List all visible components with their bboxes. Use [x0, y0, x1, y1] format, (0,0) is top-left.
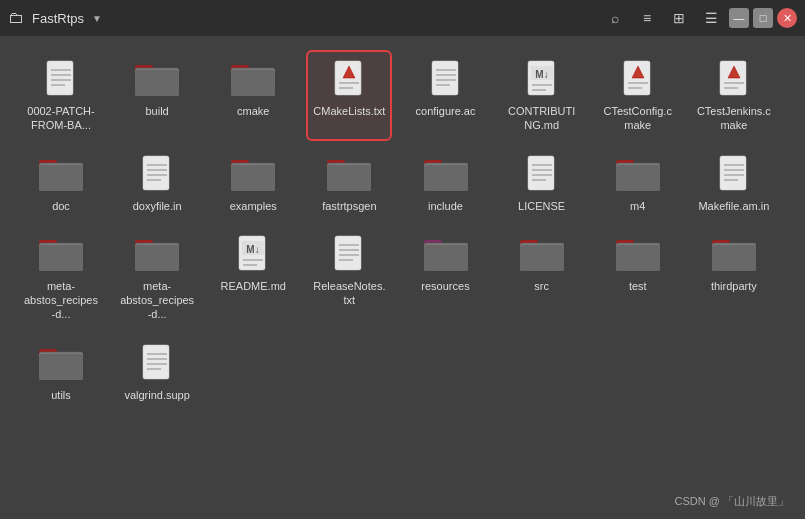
- file-item[interactable]: LICENSE: [501, 147, 583, 219]
- file-icon: M↓: [229, 233, 277, 275]
- file-item[interactable]: CTestJenkins.cmake: [693, 52, 775, 139]
- svg-rect-52: [327, 165, 371, 191]
- file-item[interactable]: thirdparty: [693, 227, 775, 328]
- file-label: doc: [52, 199, 70, 213]
- grid-view-button[interactable]: ⊞: [665, 6, 693, 30]
- file-item[interactable]: meta-abstos_recipes-d...: [20, 227, 102, 328]
- file-item[interactable]: doc: [20, 147, 102, 219]
- file-label: cmake: [237, 104, 269, 118]
- file-grid: 0002-PATCH-FROM-BA... build cmake CMakeL…: [20, 52, 785, 408]
- svg-rect-107: [616, 245, 660, 271]
- svg-rect-82: [135, 245, 179, 271]
- file-label: utils: [51, 388, 71, 402]
- file-item[interactable]: CTestConfig.cmake: [597, 52, 679, 139]
- svg-rect-89: [335, 236, 361, 270]
- titlebar: 🗀 FastRtps ▼ ⌕ ≡ ⊞ ☰ — □ ✕: [0, 0, 805, 36]
- file-item[interactable]: doxyfile.in: [116, 147, 198, 219]
- svg-rect-0: [47, 61, 73, 95]
- file-icon: [325, 233, 373, 275]
- file-icon: [37, 342, 85, 384]
- file-icon: [133, 233, 181, 275]
- list-view-button[interactable]: ≡: [633, 6, 661, 30]
- svg-rect-102: [520, 245, 564, 271]
- titlebar-left: 🗀 FastRtps ▼: [8, 9, 593, 27]
- file-item[interactable]: cmake: [212, 52, 294, 139]
- file-icon: [325, 58, 373, 100]
- file-item[interactable]: M↓ README.md: [212, 227, 294, 328]
- file-icon: [710, 58, 758, 100]
- file-icon: [422, 58, 470, 100]
- file-label: build: [146, 104, 169, 118]
- file-item[interactable]: include: [405, 147, 487, 219]
- folder-title-icon: 🗀: [8, 9, 24, 27]
- svg-rect-13: [231, 70, 275, 96]
- file-icon: [133, 153, 181, 195]
- file-item[interactable]: M↓ CONTRIBUTING.md: [501, 52, 583, 139]
- file-label: README.md: [221, 279, 286, 293]
- file-item[interactable]: test: [597, 227, 679, 328]
- file-label: include: [428, 199, 463, 213]
- file-label: LICENSE: [518, 199, 565, 213]
- file-icon: [518, 153, 566, 195]
- file-label: ReleaseNotes.txt: [312, 279, 386, 308]
- file-item[interactable]: fastrtpsgen: [308, 147, 390, 219]
- file-item[interactable]: meta-abstos_recipes-d...: [116, 227, 198, 328]
- file-label: configure.ac: [416, 104, 476, 118]
- file-item[interactable]: Makefile.am.in: [693, 147, 775, 219]
- file-label: meta-abstos_recipes-d...: [24, 279, 98, 322]
- file-label: Makefile.am.in: [698, 199, 769, 213]
- close-button[interactable]: ✕: [777, 8, 797, 28]
- file-icon: [614, 233, 662, 275]
- file-icon: [422, 153, 470, 195]
- grid-view-icon: ⊞: [673, 10, 685, 26]
- file-label: m4: [630, 199, 645, 213]
- svg-rect-69: [720, 156, 746, 190]
- file-label: meta-abstos_recipes-d...: [120, 279, 194, 322]
- file-icon: [325, 153, 373, 195]
- file-item[interactable]: 0002-PATCH-FROM-BA...: [20, 52, 102, 139]
- file-label: CTestConfig.cmake: [601, 104, 675, 133]
- file-icon: [37, 153, 85, 195]
- file-item[interactable]: valgrind.supp: [116, 336, 198, 408]
- svg-rect-8: [135, 70, 179, 96]
- file-label: examples: [230, 199, 277, 213]
- file-item[interactable]: src: [501, 227, 583, 328]
- minimize-button[interactable]: —: [729, 8, 749, 28]
- file-item[interactable]: m4: [597, 147, 679, 219]
- file-icon: [710, 233, 758, 275]
- file-item[interactable]: build: [116, 52, 198, 139]
- maximize-button[interactable]: □: [753, 8, 773, 28]
- search-button[interactable]: ⌕: [601, 6, 629, 30]
- svg-rect-117: [39, 354, 83, 380]
- minimize-icon: —: [734, 12, 745, 24]
- file-icon: [614, 58, 662, 100]
- svg-rect-39: [143, 156, 169, 190]
- svg-rect-77: [39, 245, 83, 271]
- file-manager-content: 0002-PATCH-FROM-BA... build cmake CMakeL…: [0, 36, 805, 519]
- svg-text:M↓: M↓: [535, 69, 548, 80]
- svg-rect-18: [432, 61, 458, 95]
- file-label: fastrtpsgen: [322, 199, 376, 213]
- file-label: doxyfile.in: [133, 199, 182, 213]
- titlebar-actions: ⌕ ≡ ⊞ ☰ — □ ✕: [601, 6, 797, 30]
- file-icon: [518, 233, 566, 275]
- file-item[interactable]: CMakeLists.txt: [308, 52, 390, 139]
- dropdown-arrow-icon[interactable]: ▼: [92, 13, 102, 24]
- menu-button[interactable]: ☰: [697, 6, 725, 30]
- file-item[interactable]: configure.ac: [405, 52, 487, 139]
- file-item[interactable]: utils: [20, 336, 102, 408]
- file-label: test: [629, 279, 647, 293]
- search-icon: ⌕: [611, 10, 619, 26]
- file-icon: [133, 342, 181, 384]
- file-label: src: [534, 279, 549, 293]
- file-label: CTestJenkins.cmake: [697, 104, 771, 133]
- file-icon: [614, 153, 662, 195]
- close-icon: ✕: [783, 12, 792, 25]
- file-icon: [37, 58, 85, 100]
- file-item[interactable]: ReleaseNotes.txt: [308, 227, 390, 328]
- file-label: thirdparty: [711, 279, 757, 293]
- file-icon: [422, 233, 470, 275]
- file-item[interactable]: examples: [212, 147, 294, 219]
- svg-rect-37: [39, 165, 83, 191]
- file-item[interactable]: resources: [405, 227, 487, 328]
